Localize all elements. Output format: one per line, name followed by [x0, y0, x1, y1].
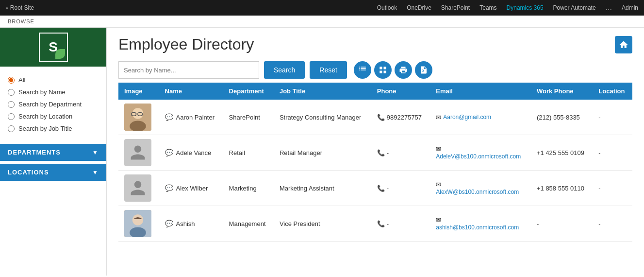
cell-location: - — [593, 206, 632, 242]
page-title: Employee Directory — [118, 35, 254, 53]
cell-image — [118, 135, 159, 171]
nav-dynamics365[interactable]: Dynamics 365 — [507, 4, 544, 11]
email-icon: ✉ — [436, 145, 441, 153]
locations-section[interactable]: LOCATIONS ▼ — [0, 164, 106, 181]
phone-value: - — [387, 220, 389, 227]
radio-all[interactable]: All — [8, 76, 99, 84]
home-icon — [619, 40, 628, 50]
radio-name-input[interactable] — [8, 89, 15, 96]
cell-email: ✉ Aaron@gmail.com — [430, 100, 531, 135]
chat-icon[interactable]: 💬 — [165, 184, 173, 192]
cell-phone: 📞 - — [371, 206, 430, 242]
excel-export-button[interactable] — [415, 61, 432, 79]
departments-chevron-icon: ▼ — [92, 149, 99, 156]
cell-email: ✉ AlexW@bs100.onmicrosoft.com — [430, 171, 531, 206]
cell-phone: 📞 9892275757 — [371, 100, 430, 135]
cell-department: Management — [223, 206, 274, 242]
cell-department: Marketing — [223, 171, 274, 206]
table-row: 💬 Aaron Painter SharePoint Strategy Cons… — [118, 100, 632, 135]
chat-icon[interactable]: 💬 — [165, 149, 173, 156]
phone-icon: 📞 — [377, 185, 385, 192]
col-image: Image — [118, 83, 159, 100]
cell-image — [118, 206, 159, 242]
nav-links: Outlook OneDrive SharePoint Teams Dynami… — [377, 3, 638, 12]
employee-table: Image Name Department Job Title Phone Em… — [118, 83, 632, 242]
grid-icon — [379, 66, 387, 74]
nav-power-automate[interactable]: Power Automate — [553, 4, 596, 11]
radio-search-by-jobtitle[interactable]: Search by Job Title — [8, 125, 99, 132]
nav-more-dots[interactable]: ... — [606, 3, 612, 12]
email-link[interactable]: AdeleV@bs100.onmicrosoft.com — [436, 153, 521, 160]
cell-phone: 📞 - — [371, 171, 430, 206]
print-icon — [399, 66, 408, 74]
search-input[interactable] — [118, 61, 259, 79]
radio-search-by-name[interactable]: Search by Name — [8, 88, 99, 96]
col-email: Email — [430, 83, 531, 100]
employee-name: Alex Wilber — [176, 185, 208, 192]
print-button[interactable] — [395, 61, 412, 79]
radio-jobtitle-label: Search by Job Title — [18, 125, 72, 132]
email-icon: ✉ — [436, 216, 441, 224]
email-link[interactable]: Aaron@gmail.com — [443, 114, 491, 121]
employee-name: Adele Vance — [176, 149, 212, 156]
cell-name: 💬 Ashish — [159, 206, 223, 242]
cell-image — [118, 171, 159, 206]
nav-admin[interactable]: Admin — [622, 4, 638, 11]
radio-all-label: All — [18, 76, 25, 84]
cell-image — [118, 100, 159, 135]
cell-jobtitle: Marketing Assistant — [274, 171, 371, 206]
cell-name: 💬 Aaron Painter — [159, 100, 223, 135]
departments-label: DEPARTMENTS — [8, 149, 61, 156]
radio-all-input[interactable] — [8, 77, 15, 84]
nav-sharepoint[interactable]: SharePoint — [441, 4, 470, 11]
search-button[interactable]: Search — [264, 61, 305, 79]
radio-search-by-department[interactable]: Search by Department — [8, 101, 99, 108]
locations-chevron-icon: ▼ — [92, 169, 99, 176]
view-icons — [354, 61, 432, 79]
cell-location: - — [593, 100, 632, 135]
phone-icon: 📞 — [377, 220, 385, 227]
browse-bar: BROWSE — [0, 16, 644, 28]
avatar-person-icon — [124, 104, 151, 131]
top-navbar: Root Site Outlook OneDrive SharePoint Te… — [0, 0, 644, 16]
cell-email: ✉ AdeleV@bs100.onmicrosoft.com — [430, 135, 531, 171]
chat-icon[interactable]: 💬 — [165, 113, 173, 121]
chat-icon[interactable]: 💬 — [165, 220, 173, 227]
radio-dept-input[interactable] — [8, 101, 15, 108]
nav-teams[interactable]: Teams — [479, 4, 496, 11]
phone-icon: 📞 — [377, 149, 385, 156]
cell-jobtitle: Strategy Consulting Manager — [274, 100, 371, 135]
col-location: Location — [593, 83, 632, 100]
avatar-placeholder — [124, 139, 151, 166]
grid-view-button[interactable] — [374, 61, 392, 79]
phone-value: - — [387, 149, 389, 156]
list-icon — [358, 66, 367, 74]
cell-location: - — [593, 171, 632, 206]
radio-location-input[interactable] — [8, 113, 15, 120]
departments-section[interactable]: DEPARTMENTS ▼ — [0, 144, 106, 161]
avatar — [124, 104, 151, 131]
col-department: Department — [223, 83, 274, 100]
nav-onedrive[interactable]: OneDrive — [407, 4, 431, 11]
cell-name: 💬 Adele Vance — [159, 135, 223, 171]
radio-search-by-location[interactable]: Search by Location — [8, 113, 99, 120]
main-layout: S All Search by Name Search by Departmen… — [0, 28, 644, 276]
cell-workphone: (212) 555-8335 — [531, 100, 593, 135]
reset-button[interactable]: Reset — [310, 61, 347, 79]
table-container: Image Name Department Job Title Phone Em… — [107, 83, 644, 276]
list-view-button[interactable] — [354, 61, 371, 79]
email-link[interactable]: ashish@bs100.onmicrosoft.com — [436, 224, 519, 231]
radio-dept-label: Search by Department — [18, 101, 82, 108]
table-row: 💬 Alex Wilber Marketing Marketing Assist… — [118, 171, 632, 206]
home-button[interactable] — [615, 36, 632, 53]
page-header: Employee Directory — [107, 28, 644, 57]
avatar — [124, 210, 151, 237]
radio-jobtitle-input[interactable] — [8, 125, 15, 132]
cell-department: Retail — [223, 135, 274, 171]
email-link[interactable]: AlexW@bs100.onmicrosoft.com — [436, 189, 519, 195]
nav-outlook[interactable]: Outlook — [377, 4, 397, 11]
content-area: Employee Directory Search Reset — [107, 28, 644, 276]
phone-value: - — [387, 185, 389, 192]
radio-group: All Search by Name Search by Department … — [0, 72, 106, 141]
table-row: 💬 Ashish Management Vice President 📞 - — [118, 206, 632, 242]
